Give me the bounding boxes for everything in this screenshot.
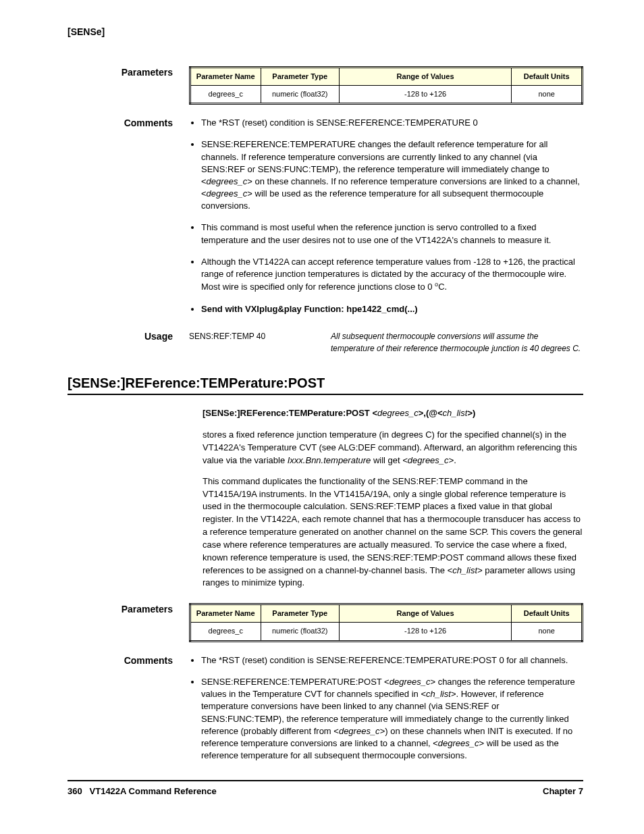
th-units: Default Units — [512, 67, 583, 85]
comment-item: The *RST (reset) condition is SENSE:REFE… — [201, 117, 583, 129]
comment-item: The *RST (reset) condition is SENSE:REFE… — [201, 654, 583, 667]
comment-item: This command is most useful when the ref… — [201, 221, 583, 246]
command-description: stores a fixed reference junction temper… — [203, 429, 583, 590]
th-type: Parameter Type — [261, 604, 339, 623]
td-range: -128 to +126 — [339, 623, 512, 641]
td-name: degrees_c — [190, 85, 261, 103]
th-units: Default Units — [512, 604, 583, 623]
comments-list-1: The *RST (reset) condition is SENSE:REFE… — [189, 117, 583, 315]
parameters-label: Parameters — [68, 66, 189, 105]
td-units: none — [512, 85, 583, 103]
parameters-table-1: Parameter Name Parameter Type Range of V… — [189, 66, 583, 105]
comments-label: Comments — [68, 654, 189, 772]
usage-command: SENS:REF:TEMP 40 — [189, 330, 331, 355]
td-name: degrees_c — [190, 623, 261, 641]
th-name: Parameter Name — [190, 67, 261, 85]
footer-right: Chapter 7 — [543, 785, 583, 798]
td-type: numeric (float32) — [261, 85, 339, 103]
th-name: Parameter Name — [190, 604, 261, 623]
td-type: numeric (float32) — [261, 623, 339, 641]
comment-item: Although the VT1422A can accept referenc… — [201, 256, 583, 294]
page-category-header: [SENSe] — [68, 26, 583, 39]
heading-rule — [68, 394, 583, 395]
th-range: Range of Values — [339, 67, 512, 85]
comment-item: SENSE:REFERENCE:TEMPERATURE changes the … — [201, 138, 583, 212]
comments-list-2: The *RST (reset) condition is SENSE:REFE… — [189, 654, 583, 762]
th-type: Parameter Type — [261, 67, 339, 85]
comment-item: SENSE:REFERENCE:TEMPERATURE:POST <degree… — [201, 676, 583, 762]
usage-label: Usage — [68, 330, 189, 355]
command-heading: [SENSe:]REFerence:TEMPerature:POST — [68, 373, 583, 392]
usage-comment: All subsequent thermocouple conversions … — [331, 330, 583, 355]
comments-label: Comments — [68, 117, 189, 325]
parameters-table-2: Parameter Name Parameter Type Range of V… — [189, 603, 583, 642]
th-range: Range of Values — [339, 604, 512, 623]
comment-item: Send with VXIplug&play Function: hpe1422… — [201, 303, 583, 315]
footer-left: 360 VT1422A Command Reference — [68, 785, 217, 798]
td-units: none — [512, 623, 583, 641]
footer-rule — [68, 780, 583, 781]
parameters-label: Parameters — [68, 603, 189, 642]
syntax-line: [SENSe:]REFerence:TEMPerature:POST <degr… — [203, 407, 583, 419]
td-range: -128 to +126 — [339, 85, 512, 103]
